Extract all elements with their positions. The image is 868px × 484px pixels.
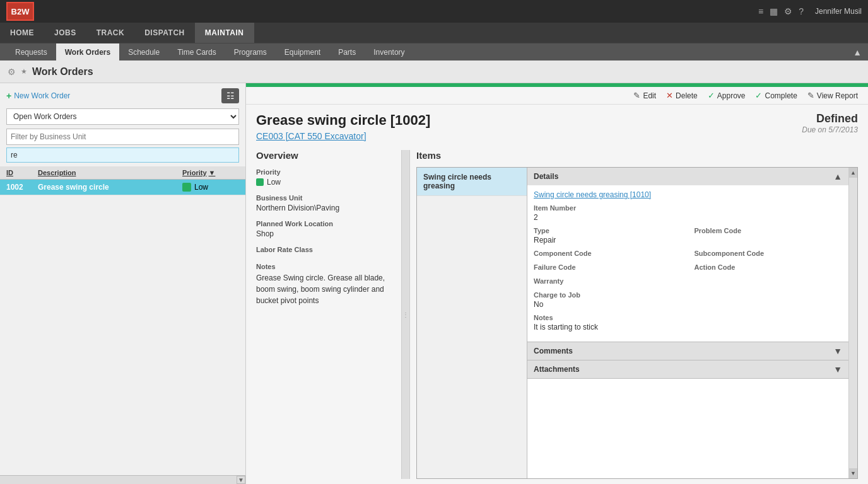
priority-dot [182,183,191,192]
approve-button[interactable]: ✓ Approve [708,91,746,100]
wo-title: Grease swing circle [1002] CE003 [CAT 55… [256,112,430,141]
page-title: Work Orders [32,66,93,78]
labor-rate-field: Labor Rate Class [256,246,395,255]
chart-icon[interactable]: ▦ [770,6,778,16]
plus-icon: + [6,91,11,101]
wo-equipment-link[interactable]: CE003 [CAT 550 Excavator] [256,131,430,141]
wo-title-area: Grease swing circle [1002] CE003 [CAT 55… [246,105,868,145]
sidebar: + New Work Order ☷ Open Work Orders ID D… [0,83,246,484]
edit-label: Edit [643,91,656,100]
column-header-description[interactable]: Description [38,169,182,176]
details-section: Details ▲ Swing circle needs greasing [1… [527,168,848,342]
sidebar-select-row: Open Work Orders [0,108,245,129]
item-number-row: Item Number 2 [534,204,842,222]
item-list-item[interactable]: Swing circle needs greasing [417,168,527,196]
nav-maintain[interactable]: MAINTAIN [195,23,254,43]
business-unit-value: Northern Division\Paving [256,204,395,212]
tab-schedule[interactable]: Schedule [119,43,168,60]
tab-inventory[interactable]: Inventory [365,43,413,60]
help-icon[interactable]: ? [799,6,804,16]
scroll-down-button[interactable]: ▼ [849,468,857,478]
warranty-label: Warranty [534,277,842,285]
item-number-label: Item Number [534,204,842,212]
search-input[interactable] [6,147,239,163]
content-body: Overview Priority Low Business Unit Nort… [246,145,868,484]
content-toolbar: ✎ Edit ✕ Delete ✓ Approve ✓ Complete ✎ V… [246,87,868,105]
page-gear-icon2: ★ [21,67,27,76]
column-header-id[interactable]: ID [6,169,38,176]
overview-title: Overview [256,150,395,161]
tab-equipment[interactable]: Equipment [276,43,329,60]
details-toggle-icon: ▲ [833,171,842,182]
row-description: Grease swing circle [38,183,182,192]
action-code-field: Action Code [695,263,843,272]
top-bar: B2W ≡ ▦ ⚙ ? Jennifer Musil [0,0,868,23]
problem-code-field: Problem Code [695,227,843,245]
settings-icon[interactable]: ⚙ [784,6,792,16]
subcomponent-code-field: Subcomponent Code [695,250,843,258]
view-report-label: View Report [817,91,858,100]
nav-track[interactable]: TRACK [86,23,135,43]
charge-to-job-value: No [534,300,842,309]
tab-time-cards[interactable]: Time Cards [168,43,225,60]
complete-icon: ✓ [755,91,762,100]
scroll-down-button[interactable]: ▼ [237,476,245,484]
detail-notes-field: Notes It is starting to stick [534,314,842,331]
warranty-field: Warranty [534,277,842,286]
tab-programs[interactable]: Programs [225,43,276,60]
delete-label: Delete [676,91,698,100]
work-orders-list: 1002 Grease swing circle Low [0,180,245,475]
detail-notes-value: It is starting to stick [534,323,842,331]
charge-to-job-row: Charge to Job No [534,291,842,309]
due-date: Due on 5/7/2013 [802,125,858,134]
component-row: Component Code Subcomponent Code [534,250,842,258]
overview-panel: Overview Priority Low Business Unit Nort… [256,150,395,479]
item-number-value: 2 [534,213,842,222]
main-layout: + New Work Order ☷ Open Work Orders ID D… [0,83,868,484]
action-code-label: Action Code [695,263,843,271]
items-panel: Items Swing circle needs greasing Detail… [416,150,858,479]
attachments-header[interactable]: Attachments ▼ [527,360,848,378]
type-label: Type [534,227,682,234]
attachments-label: Attachments [534,365,580,374]
planned-location-value: Shop [256,229,395,238]
business-unit-filter-input[interactable] [6,129,239,145]
component-code-field: Component Code [534,250,682,258]
list-item[interactable]: 1002 Grease swing circle Low [0,180,245,195]
tab-parts[interactable]: Parts [329,43,365,60]
comments-header[interactable]: Comments ▼ [527,342,848,360]
primary-nav: HOME JOBS TRACK DISPATCH MAINTAIN [0,23,868,43]
type-value: Repair [534,236,682,245]
library-icon[interactable]: ≡ [758,6,763,16]
collapse-nav-icon[interactable]: ▲ [853,47,862,57]
work-order-filter-select[interactable]: Open Work Orders [6,108,239,125]
item-number-field: Item Number 2 [534,204,842,222]
splitter[interactable]: ⋮ [401,150,410,479]
type-field: Type Repair [534,227,682,245]
details-section-header[interactable]: Details ▲ [527,168,848,185]
nav-home[interactable]: HOME [0,23,44,43]
page-gear-icon[interactable]: ⚙ [8,67,16,77]
edit-button[interactable]: ✎ Edit [633,91,656,100]
complete-button[interactable]: ✓ Complete [755,91,797,100]
tab-work-orders[interactable]: Work Orders [56,43,119,60]
nav-dispatch[interactable]: DISPATCH [134,23,195,43]
priority-label: Priority [256,168,395,176]
details-label: Details [534,172,558,181]
app-logo[interactable]: B2W [6,2,34,21]
tab-requests[interactable]: Requests [6,43,56,60]
nav-jobs[interactable]: JOBS [44,23,86,43]
top-icons: ≡ ▦ ⚙ ? [758,6,804,16]
report-icon: ✎ [807,91,814,100]
view-report-button[interactable]: ✎ View Report [807,91,858,100]
delete-button[interactable]: ✕ Delete [666,91,698,100]
filter-button[interactable]: ☷ [221,88,239,103]
wo-title-text: Grease swing circle [1002] [256,112,430,129]
priority-dot-sm [256,178,264,186]
scroll-up-button[interactable]: ▲ [849,168,857,178]
charge-to-job-field: Charge to Job No [534,291,842,309]
item-detail-link[interactable]: Swing circle needs greasing [1010] [534,190,842,199]
detail-notes-label: Notes [534,314,842,321]
new-work-order-button[interactable]: + New Work Order [6,91,70,101]
column-header-priority[interactable]: Priority ▼ [182,169,239,176]
